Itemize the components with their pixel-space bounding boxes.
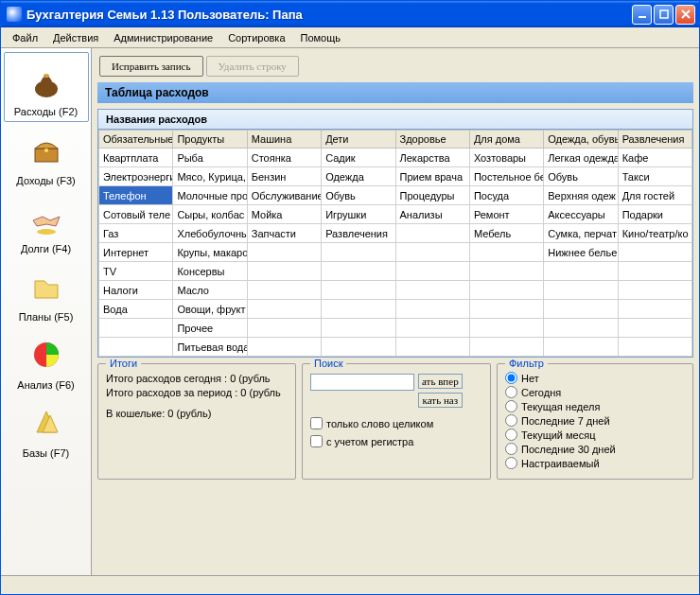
table-cell[interactable]: Аксессуары — [544, 205, 618, 224]
menu-actions[interactable]: Действия — [45, 29, 106, 46]
table-cell[interactable] — [618, 262, 691, 281]
table-cell[interactable] — [395, 281, 469, 300]
sidebar-item-debts[interactable]: Долги (F4) — [4, 190, 89, 258]
table-cell[interactable]: Телефон — [99, 186, 173, 205]
sidebar-item-income[interactable]: Доходы (F3) — [4, 122, 89, 190]
search-input[interactable] — [310, 374, 414, 391]
table-cell[interactable]: Нижнее белье — [544, 243, 618, 262]
table-cell[interactable]: Обслуживание — [247, 186, 321, 205]
table-cell[interactable] — [247, 319, 321, 338]
table-cell[interactable] — [469, 243, 543, 262]
table-cell[interactable] — [322, 338, 395, 357]
table-cell[interactable]: Крупы, макаро — [173, 243, 247, 262]
filter-option[interactable]: Текущий месяц — [505, 429, 685, 441]
table-cell[interactable] — [618, 338, 691, 357]
table-cell[interactable] — [469, 281, 543, 300]
table-cell[interactable]: Такси — [618, 167, 691, 186]
table-cell[interactable]: Легкая одежда — [544, 149, 618, 167]
column-header[interactable]: Обязательные — [99, 131, 173, 149]
sidebar-item-bases[interactable]: Базы (F7) — [4, 394, 89, 463]
table-cell[interactable] — [618, 300, 691, 319]
table-cell[interactable]: Обувь — [544, 167, 618, 186]
column-header[interactable]: Для дома — [469, 131, 543, 149]
filter-radio[interactable] — [505, 386, 517, 398]
table-cell[interactable] — [99, 338, 173, 357]
table-cell[interactable] — [618, 281, 691, 300]
table-cell[interactable] — [247, 281, 321, 300]
filter-option[interactable]: Последние 7 дней — [505, 414, 685, 427]
table-cell[interactable] — [395, 243, 469, 262]
table-cell[interactable] — [544, 281, 618, 300]
filter-radio[interactable] — [505, 400, 517, 412]
sidebar-item-expenses[interactable]: Расходы (F2) — [4, 52, 89, 122]
table-cell[interactable]: Консервы — [173, 262, 247, 281]
sidebar-item-plans[interactable]: Планы (F5) — [4, 258, 89, 326]
filter-option[interactable]: Настраиваемый — [505, 457, 685, 469]
table-cell[interactable]: Садик — [322, 149, 395, 167]
table-cell[interactable] — [322, 281, 395, 300]
table-cell[interactable]: Процедуры — [395, 186, 469, 205]
table-cell[interactable]: Сыры, колбас — [173, 205, 247, 224]
table-cell[interactable] — [247, 300, 321, 319]
table-cell[interactable]: Одежда — [322, 167, 395, 186]
table-cell[interactable]: Масло — [173, 281, 247, 300]
table-cell[interactable]: Сумка, перчат — [544, 224, 618, 243]
table-cell[interactable]: Мебель — [469, 224, 543, 243]
table-cell[interactable]: Постельное бе — [469, 167, 543, 186]
table-cell[interactable]: Мясо, Курица, — [173, 167, 247, 186]
table-cell[interactable]: Хлебобулочны — [173, 224, 247, 243]
table-cell[interactable] — [544, 300, 618, 319]
column-header[interactable]: Машина — [247, 131, 321, 149]
filter-radio[interactable] — [505, 443, 517, 455]
expense-grid[interactable]: ОбязательныеПродуктыМашинаДетиЗдоровьеДл… — [97, 129, 693, 358]
delete-row-button[interactable]: Удалить строку — [206, 56, 299, 77]
table-cell[interactable]: Развлечения — [322, 224, 395, 243]
table-cell[interactable] — [469, 262, 543, 281]
table-cell[interactable] — [247, 262, 321, 281]
table-cell[interactable]: Верхняя одеж — [544, 186, 618, 205]
filter-option[interactable]: Последние 30 дней — [505, 443, 685, 455]
table-cell[interactable]: Мойка — [247, 205, 321, 224]
table-cell[interactable] — [544, 338, 618, 357]
table-cell[interactable] — [395, 338, 469, 357]
table-cell[interactable] — [322, 243, 395, 262]
table-cell[interactable]: Анализы — [395, 205, 469, 224]
table-cell[interactable]: Запчасти — [247, 224, 321, 243]
table-cell[interactable] — [469, 300, 543, 319]
table-cell[interactable] — [322, 319, 395, 338]
filter-option[interactable]: Текущая неделя — [505, 400, 685, 412]
table-cell[interactable] — [469, 338, 543, 357]
table-cell[interactable] — [247, 243, 321, 262]
table-cell[interactable] — [395, 224, 469, 243]
table-cell[interactable]: TV — [99, 262, 173, 281]
sidebar-item-analysis[interactable]: Анализ (F6) — [4, 326, 89, 394]
table-cell[interactable]: Кафе — [618, 149, 691, 167]
table-cell[interactable]: Кино/театр/ко — [618, 224, 691, 243]
table-cell[interactable] — [395, 300, 469, 319]
table-cell[interactable]: Бензин — [247, 167, 321, 186]
column-header[interactable]: Продукты — [173, 131, 247, 149]
filter-radio[interactable] — [505, 372, 517, 384]
table-cell[interactable]: Подарки — [618, 205, 691, 224]
table-cell[interactable]: Обувь — [322, 186, 395, 205]
menu-admin[interactable]: Администрирование — [106, 29, 220, 46]
table-cell[interactable] — [544, 262, 618, 281]
table-cell[interactable]: Молочные про — [173, 186, 247, 205]
filter-option[interactable]: Нет — [505, 372, 685, 384]
edit-record-button[interactable]: Исправить запись — [99, 56, 203, 77]
column-header[interactable]: Здоровье — [395, 131, 469, 149]
menu-help[interactable]: Помощь — [293, 29, 349, 46]
table-cell[interactable] — [618, 243, 691, 262]
table-cell[interactable]: Питьевая вода — [173, 338, 247, 357]
column-header[interactable]: Развлечения — [618, 131, 691, 149]
table-cell[interactable]: Квартплата — [99, 149, 173, 167]
table-cell[interactable]: Интернет — [99, 243, 173, 262]
filter-radio[interactable] — [505, 457, 517, 469]
search-forward-button[interactable]: ать впер — [418, 374, 463, 389]
table-cell[interactable]: Электроэнергия — [99, 167, 173, 186]
table-cell[interactable]: Прочее — [173, 319, 247, 338]
table-cell[interactable]: Вода — [99, 300, 173, 319]
table-cell[interactable]: Стоянка — [247, 149, 321, 167]
table-cell[interactable]: Посуда — [469, 186, 543, 205]
table-cell[interactable]: Газ — [99, 224, 173, 243]
